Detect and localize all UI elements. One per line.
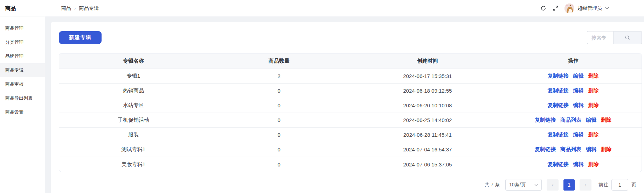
goods-count-cell: 0: [208, 146, 350, 152]
action-link[interactable]: 商品列表: [560, 146, 581, 153]
actions-cell: 复制链接编辑删除: [505, 161, 642, 168]
action-link[interactable]: 复制链接: [548, 73, 569, 79]
breadcrumb-item-album: 商品专辑: [79, 5, 99, 12]
action-link[interactable]: 编辑: [573, 102, 584, 109]
table-row: 水站专区02024-06-20 10:10:08复制链接编辑删除: [59, 98, 642, 113]
album-name-cell: 水站专区: [59, 102, 208, 109]
album-name-cell: 美妆专辑1: [59, 161, 208, 168]
table-row: 热销商品02024-06-18 09:12:55复制链接编辑删除: [59, 84, 642, 98]
album-name-cell: 专辑1: [59, 73, 208, 79]
action-link[interactable]: 编辑: [586, 146, 596, 153]
goto-label: 前往: [598, 182, 608, 188]
actions-cell: 复制链接编辑删除: [505, 131, 642, 138]
action-link[interactable]: 复制链接: [548, 102, 569, 109]
album-name-cell: 测试专辑1: [59, 146, 208, 153]
action-link[interactable]: 编辑: [586, 117, 596, 123]
actions-cell: 复制链接编辑删除: [505, 87, 642, 94]
content-card: 新建专辑 专辑名称 商品数量 创建时间 操作 专辑122024-06-17 15…: [51, 22, 644, 193]
table-body: 专辑122024-06-17 15:35:31复制链接编辑删除热销商品02024…: [59, 69, 642, 172]
sidebar-item[interactable]: 商品导出列表: [0, 91, 45, 105]
actions-cell: 复制链接商品列表编辑删除: [505, 146, 642, 153]
search-box: [587, 31, 642, 44]
table-header-row: 专辑名称 商品数量 创建时间 操作: [59, 53, 642, 69]
current-page-button[interactable]: 1: [563, 179, 575, 191]
create-album-button[interactable]: 新建专辑: [59, 31, 102, 44]
action-link[interactable]: 商品列表: [560, 117, 581, 123]
content-area: 新建专辑 专辑名称 商品数量 创建时间 操作 专辑122024-06-17 15…: [45, 16, 644, 193]
created-time-cell: 2024-07-04 16:54:37: [350, 146, 505, 152]
action-link[interactable]: 编辑: [573, 131, 584, 138]
search-icon: [625, 35, 630, 41]
created-time-cell: 2024-06-18 09:12:55: [350, 88, 505, 94]
goto-page-input[interactable]: [611, 179, 628, 191]
action-link[interactable]: 复制链接: [535, 146, 556, 153]
chevron-down-icon: [605, 7, 609, 9]
action-link[interactable]: 编辑: [573, 161, 584, 168]
actions-cell: 复制链接编辑删除: [505, 102, 642, 109]
breadcrumb: 商品 › 商品专辑: [45, 5, 99, 12]
sidebar-item[interactable]: 商品管理: [0, 21, 45, 35]
fullscreen-icon[interactable]: [552, 5, 559, 12]
prev-page-button[interactable]: ‹: [547, 179, 559, 191]
delete-link[interactable]: 删除: [588, 102, 599, 109]
top-bar: 商品 › 商品专辑: [45, 0, 644, 16]
pagination: 共 7 条 10条/页 ‹ 1 › 前往 页: [59, 179, 642, 191]
table-row: 手机促销活动02024-06-25 14:40:02复制链接商品列表编辑删除: [59, 113, 642, 128]
created-time-cell: 2024-06-17 15:35:31: [350, 73, 505, 79]
app-logo: 商品: [0, 0, 45, 16]
search-button[interactable]: [613, 31, 642, 44]
pagination-total: 共 7 条: [484, 182, 500, 188]
delete-link[interactable]: 删除: [588, 161, 599, 168]
table-row: 服装02024-06-28 11:45:41复制链接编辑删除: [59, 128, 642, 142]
sidebar-menu: 商品管理分类管理品牌管理商品专辑商品审核商品导出列表商品设置: [0, 16, 45, 119]
page-size-select[interactable]: 10条/页: [505, 179, 542, 191]
refresh-icon[interactable]: [540, 5, 546, 12]
search-input[interactable]: [587, 31, 613, 44]
column-header-actions: 操作: [505, 58, 642, 64]
actions-cell: 复制链接商品列表编辑删除: [505, 117, 642, 123]
goto-suffix: 页: [631, 182, 636, 188]
action-link[interactable]: 复制链接: [548, 131, 569, 138]
sidebar-item[interactable]: 商品专辑: [0, 63, 45, 77]
topbar-actions: 超级管理员: [540, 3, 644, 13]
delete-link[interactable]: 删除: [601, 117, 611, 123]
sidebar-item[interactable]: 分类管理: [0, 35, 45, 49]
table-row: 美妆专辑102024-07-06 15:37:05复制链接编辑删除: [59, 157, 642, 172]
actions-cell: 复制链接编辑删除: [505, 73, 642, 79]
next-page-button[interactable]: ›: [580, 179, 591, 191]
action-link[interactable]: 复制链接: [548, 161, 569, 168]
goto-page: 前往 页: [598, 179, 636, 191]
chevron-down-icon: [534, 184, 538, 186]
delete-link[interactable]: 删除: [588, 87, 599, 94]
table-row: 专辑122024-06-17 15:35:31复制链接编辑删除: [59, 69, 642, 84]
goods-count-cell: 2: [208, 73, 350, 79]
breadcrumb-separator-icon: ›: [74, 6, 76, 11]
delete-link[interactable]: 删除: [601, 146, 611, 153]
sidebar: 商品 商品管理分类管理品牌管理商品专辑商品审核商品导出列表商品设置: [0, 0, 45, 193]
delete-link[interactable]: 删除: [588, 73, 599, 79]
user-menu[interactable]: 超级管理员: [565, 3, 609, 13]
goods-count-cell: 0: [208, 117, 350, 123]
created-time-cell: 2024-06-28 11:45:41: [350, 132, 505, 138]
column-header-count: 商品数量: [208, 58, 350, 64]
sidebar-item[interactable]: 商品设置: [0, 105, 45, 119]
action-link[interactable]: 编辑: [573, 87, 584, 94]
goods-count-cell: 0: [208, 88, 350, 94]
action-link[interactable]: 复制链接: [535, 117, 556, 123]
action-link[interactable]: 复制链接: [548, 87, 569, 94]
created-time-cell: 2024-06-20 10:10:08: [350, 102, 505, 108]
breadcrumb-item-goods[interactable]: 商品: [61, 5, 71, 12]
sidebar-item[interactable]: 品牌管理: [0, 49, 45, 63]
page-size-value: 10条/页: [509, 182, 526, 188]
sidebar-item[interactable]: 商品审核: [0, 77, 45, 91]
user-name: 超级管理员: [577, 5, 602, 12]
created-time-cell: 2024-07-06 15:37:05: [350, 162, 505, 167]
created-time-cell: 2024-06-25 14:40:02: [350, 117, 505, 123]
goods-count-cell: 0: [208, 162, 350, 167]
column-header-name: 专辑名称: [59, 58, 208, 64]
column-header-created: 创建时间: [350, 58, 505, 64]
delete-link[interactable]: 删除: [588, 131, 599, 138]
goods-count-cell: 0: [208, 102, 350, 108]
action-link[interactable]: 编辑: [573, 73, 584, 79]
album-name-cell: 热销商品: [59, 87, 208, 94]
